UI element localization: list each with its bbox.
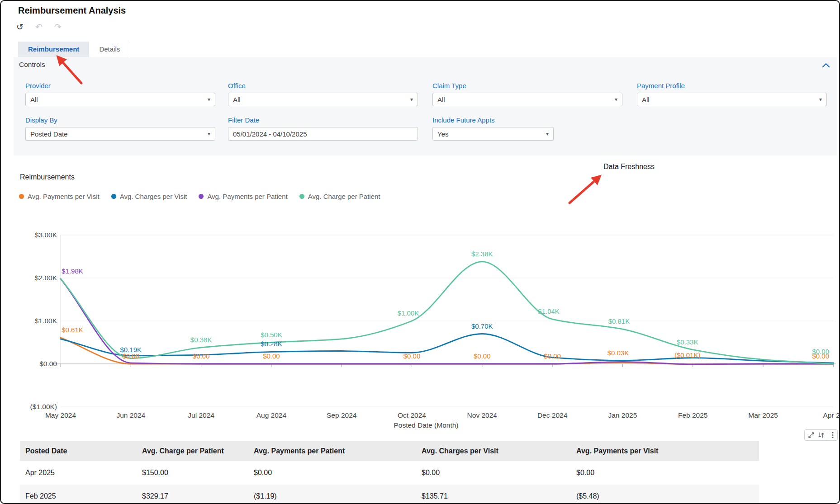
svg-text:$0.03K: $0.03K bbox=[607, 349, 629, 357]
cell-posted-date: Feb 2025 bbox=[20, 485, 137, 504]
chevron-down-icon: ▾ bbox=[208, 131, 210, 137]
chart-title: Reimbursements bbox=[20, 173, 75, 181]
svg-text:$0.33K: $0.33K bbox=[677, 338, 698, 346]
display-by-label: Display By bbox=[25, 116, 215, 124]
chart-toolbar bbox=[804, 429, 838, 441]
office-value: All bbox=[233, 96, 241, 104]
svg-text:Posted Date (Month): Posted Date (Month) bbox=[394, 421, 458, 429]
controls-title: Controls bbox=[19, 61, 45, 69]
cell-posted-date: Apr 2025 bbox=[20, 461, 137, 485]
svg-text:Oct 2024: Oct 2024 bbox=[398, 411, 426, 419]
legend-item-avg-payments-per-visit[interactable]: Avg. Payments per Visit bbox=[19, 193, 100, 200]
svg-text:$0.00: $0.00 bbox=[544, 352, 561, 360]
reset-icon[interactable]: ↺ bbox=[16, 23, 24, 31]
claim-type-filter: Claim Type All ▾ bbox=[432, 82, 622, 106]
table-cell: $0.00 bbox=[416, 461, 571, 485]
table-cell: $329.17 bbox=[137, 485, 248, 504]
col-header-avg-payments-per-visit: Avg. Payments per Visit bbox=[571, 441, 759, 461]
sort-data-icon[interactable] bbox=[818, 432, 825, 438]
payment-profile-filter: Payment Profile All ▾ bbox=[637, 82, 827, 106]
payment-profile-label: Payment Profile bbox=[637, 82, 827, 89]
provider-select[interactable]: All ▾ bbox=[25, 93, 215, 106]
more-options-kebab-icon[interactable] bbox=[828, 432, 834, 438]
office-select[interactable]: All ▾ bbox=[228, 93, 418, 106]
svg-text:Aug 2024: Aug 2024 bbox=[256, 411, 287, 419]
page-title: Reimbursement Analysis bbox=[18, 5, 126, 16]
display-by-value: Posted Date bbox=[30, 130, 68, 138]
svg-text:Mar 2025: Mar 2025 bbox=[748, 411, 778, 419]
legend-item-avg-charge-per-patient[interactable]: Avg. Charge per Patient bbox=[299, 193, 380, 200]
tab-details[interactable]: Details bbox=[89, 42, 130, 57]
svg-text:$0.00: $0.00 bbox=[193, 352, 210, 360]
tab-reimbursement[interactable]: Reimbursement bbox=[18, 42, 89, 57]
provider-filter: Provider All ▾ bbox=[25, 82, 215, 106]
legend-label: Avg. Charges per Visit bbox=[120, 193, 187, 200]
history-toolbar: ↺ ↶ ↷ bbox=[16, 23, 62, 31]
svg-text:$0.61K: $0.61K bbox=[62, 326, 83, 334]
legend-item-avg-charges-per-visit[interactable]: Avg. Charges per Visit bbox=[111, 193, 187, 200]
legend-swatch bbox=[199, 194, 204, 199]
svg-text:$0.28K: $0.28K bbox=[261, 340, 282, 348]
reimbursements-line-chart: $3.00K$2.00K$1.00K$0.00($1.00K)May 2024J… bbox=[1, 213, 840, 436]
svg-text:Nov 2024: Nov 2024 bbox=[467, 411, 498, 419]
expand-chart-icon[interactable] bbox=[808, 432, 815, 438]
claim-type-value: All bbox=[437, 96, 445, 104]
include-future-appts-filter: Include Future Appts Yes ▾ bbox=[432, 116, 554, 141]
tab-bar: Reimbursement Details bbox=[18, 42, 130, 57]
svg-text:Feb 2025: Feb 2025 bbox=[678, 411, 708, 419]
provider-value: All bbox=[30, 96, 38, 104]
filter-date-input[interactable]: 05/01/2024 - 04/10/2025 bbox=[228, 127, 418, 141]
svg-text:$0.00: $0.00 bbox=[403, 352, 421, 360]
svg-text:Jun 2024: Jun 2024 bbox=[116, 411, 145, 419]
svg-text:$0.50K: $0.50K bbox=[261, 331, 282, 339]
table-cell: $135.71 bbox=[416, 485, 571, 504]
legend-swatch bbox=[111, 194, 116, 199]
legend-swatch bbox=[19, 194, 24, 199]
svg-text:May 2024: May 2024 bbox=[45, 411, 76, 419]
chart-legend: Avg. Payments per Visit Avg. Charges per… bbox=[19, 193, 380, 200]
svg-text:$0.38K: $0.38K bbox=[190, 336, 212, 344]
chevron-down-icon: ▾ bbox=[615, 96, 617, 103]
redo-icon[interactable]: ↷ bbox=[54, 23, 62, 31]
legend-item-avg-payments-per-patient[interactable]: Avg. Payments per Patient bbox=[199, 193, 287, 200]
display-by-select[interactable]: Posted Date ▾ bbox=[25, 127, 215, 141]
svg-text:$1.04K: $1.04K bbox=[538, 307, 560, 315]
table-cell: ($5.48) bbox=[571, 485, 759, 504]
svg-text:$1.00K: $1.00K bbox=[398, 309, 419, 317]
svg-text:$0.00: $0.00 bbox=[39, 360, 57, 367]
table-cell: $150.00 bbox=[137, 461, 248, 485]
payment-profile-value: All bbox=[642, 96, 650, 104]
table-row: Apr 2025 $150.00 $0.00 $0.00 $0.00 bbox=[20, 461, 759, 485]
svg-text:$2.38K: $2.38K bbox=[471, 250, 493, 258]
payment-profile-select[interactable]: All ▾ bbox=[637, 93, 827, 106]
reimbursement-analysis-page: Reimbursement Analysis ↺ ↶ ↷ Reimburseme… bbox=[0, 0, 840, 504]
legend-swatch bbox=[299, 194, 304, 199]
filter-date-field: Filter Date 05/01/2024 - 04/10/2025 bbox=[228, 116, 418, 141]
table-cell: $0.00 bbox=[571, 461, 759, 485]
chevron-down-icon: ▾ bbox=[410, 96, 413, 103]
office-filter: Office All ▾ bbox=[228, 82, 418, 106]
svg-text:$1.98K: $1.98K bbox=[62, 267, 83, 275]
svg-text:($1.00K): ($1.00K) bbox=[30, 403, 57, 410]
svg-text:$0.00: $0.00 bbox=[474, 352, 491, 360]
svg-text:$0.70K: $0.70K bbox=[471, 322, 493, 330]
legend-label: Avg. Payments per Patient bbox=[207, 193, 287, 200]
svg-text:$0.00: $0.00 bbox=[263, 352, 280, 360]
provider-label: Provider bbox=[25, 82, 215, 89]
table-header-row: Posted Date Avg. Charge per Patient Avg.… bbox=[20, 441, 759, 461]
legend-label: Avg. Payments per Visit bbox=[28, 193, 100, 200]
include-future-appts-label: Include Future Appts bbox=[432, 116, 554, 124]
svg-text:$3.00K: $3.00K bbox=[35, 231, 57, 239]
collapse-controls-button[interactable] bbox=[822, 61, 830, 70]
controls-panel: Controls Provider All ▾ Office All ▾ Cla… bbox=[14, 57, 837, 155]
claim-type-select[interactable]: All ▾ bbox=[432, 93, 622, 106]
table-row: Feb 2025 $329.17 ($1.19) $135.71 ($5.48) bbox=[20, 485, 759, 504]
col-header-avg-payments-per-patient: Avg. Payments per Patient bbox=[248, 441, 416, 461]
svg-text:$0.81K: $0.81K bbox=[608, 317, 630, 325]
include-future-appts-select[interactable]: Yes ▾ bbox=[432, 127, 554, 141]
table-cell: $0.00 bbox=[248, 461, 416, 485]
include-future-appts-value: Yes bbox=[437, 130, 448, 138]
office-label: Office bbox=[228, 82, 418, 89]
svg-text:$0.00: $0.00 bbox=[123, 352, 140, 360]
undo-icon[interactable]: ↶ bbox=[35, 23, 43, 31]
